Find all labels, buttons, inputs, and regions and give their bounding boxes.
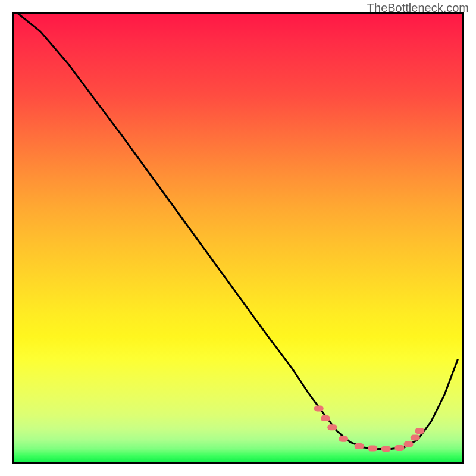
optimal-marker <box>321 415 330 421</box>
bottleneck-curve <box>18 14 458 449</box>
optimal-marker <box>411 435 420 441</box>
optimal-marker <box>339 436 348 442</box>
optimal-marker <box>355 443 364 449</box>
optimal-marker <box>381 446 391 452</box>
optimal-marker <box>415 428 424 434</box>
curve-layer <box>14 14 462 462</box>
plot-frame <box>12 12 464 464</box>
optimal-marker <box>314 406 324 412</box>
optimal-marker <box>327 424 337 430</box>
optimal-marker <box>404 441 414 447</box>
optimal-range-markers <box>314 406 425 452</box>
optimal-marker <box>394 445 404 451</box>
optimal-marker <box>368 446 377 452</box>
watermark-text: TheBottleneck.com <box>367 1 469 15</box>
figure-root: TheBottleneck.com <box>0 0 476 476</box>
